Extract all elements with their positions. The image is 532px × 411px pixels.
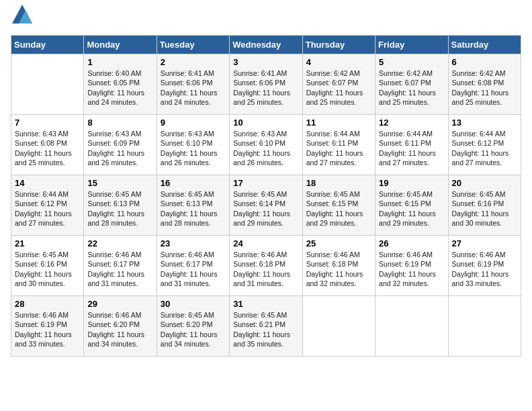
calendar-cell: 31Sunrise: 6:45 AM Sunset: 6:21 PM Dayli… (230, 296, 302, 357)
day-number: 19 (379, 178, 444, 188)
day-info: Sunrise: 6:45 AM Sunset: 6:21 PM Dayligh… (233, 310, 298, 349)
calendar-cell: 3Sunrise: 6:41 AM Sunset: 6:06 PM Daylig… (230, 54, 302, 115)
day-number: 25 (306, 238, 371, 248)
calendar-cell: 19Sunrise: 6:45 AM Sunset: 6:15 PM Dayli… (375, 175, 448, 236)
day-number: 6 (452, 57, 517, 67)
day-info: Sunrise: 6:45 AM Sunset: 6:13 PM Dayligh… (161, 189, 226, 228)
calendar-cell: 6Sunrise: 6:42 AM Sunset: 6:08 PM Daylig… (448, 54, 521, 115)
day-number: 18 (306, 178, 371, 188)
calendar-cell: 11Sunrise: 6:44 AM Sunset: 6:11 PM Dayli… (302, 115, 375, 175)
day-info: Sunrise: 6:46 AM Sunset: 6:20 PM Dayligh… (87, 310, 152, 349)
day-info: Sunrise: 6:43 AM Sunset: 6:09 PM Dayligh… (87, 129, 152, 167)
day-number: 31 (233, 299, 298, 309)
col-header-tuesday: Tuesday (157, 36, 229, 54)
calendar-cell: 1Sunrise: 6:40 AM Sunset: 6:05 PM Daylig… (84, 54, 157, 115)
day-info: Sunrise: 6:44 AM Sunset: 6:12 PM Dayligh… (15, 189, 80, 228)
day-number: 10 (233, 118, 298, 128)
day-info: Sunrise: 6:44 AM Sunset: 6:11 PM Dayligh… (379, 129, 444, 167)
day-number: 22 (87, 238, 152, 248)
day-number: 28 (15, 299, 80, 309)
day-info: Sunrise: 6:46 AM Sunset: 6:17 PM Dayligh… (161, 250, 226, 288)
day-info: Sunrise: 6:42 AM Sunset: 6:07 PM Dayligh… (306, 68, 371, 107)
calendar-cell: 25Sunrise: 6:46 AM Sunset: 6:18 PM Dayli… (302, 236, 375, 296)
day-info: Sunrise: 6:44 AM Sunset: 6:12 PM Dayligh… (452, 129, 517, 167)
col-header-wednesday: Wednesday (230, 36, 302, 54)
calendar-cell: 5Sunrise: 6:42 AM Sunset: 6:07 PM Daylig… (375, 54, 448, 115)
day-number: 11 (306, 118, 371, 128)
day-number: 9 (161, 118, 226, 128)
calendar-cell: 27Sunrise: 6:46 AM Sunset: 6:19 PM Dayli… (448, 236, 521, 296)
day-number: 1 (87, 57, 152, 67)
calendar-cell: 9Sunrise: 6:43 AM Sunset: 6:10 PM Daylig… (157, 115, 229, 175)
calendar-cell: 2Sunrise: 6:41 AM Sunset: 6:06 PM Daylig… (157, 54, 229, 115)
day-info: Sunrise: 6:42 AM Sunset: 6:08 PM Dayligh… (452, 68, 517, 107)
day-info: Sunrise: 6:41 AM Sunset: 6:06 PM Dayligh… (233, 68, 298, 107)
day-info: Sunrise: 6:45 AM Sunset: 6:15 PM Dayligh… (379, 189, 444, 228)
day-info: Sunrise: 6:40 AM Sunset: 6:05 PM Dayligh… (87, 68, 152, 107)
day-number: 14 (15, 178, 80, 188)
day-number: 8 (87, 118, 152, 128)
calendar-cell: 29Sunrise: 6:46 AM Sunset: 6:20 PM Dayli… (84, 296, 157, 357)
day-number: 20 (452, 178, 517, 188)
logo (11, 11, 32, 27)
calendar-cell: 23Sunrise: 6:46 AM Sunset: 6:17 PM Dayli… (157, 236, 229, 296)
calendar-cell: 8Sunrise: 6:43 AM Sunset: 6:09 PM Daylig… (84, 115, 157, 175)
logo-icon (12, 5, 32, 24)
day-info: Sunrise: 6:45 AM Sunset: 6:15 PM Dayligh… (306, 189, 371, 228)
day-info: Sunrise: 6:45 AM Sunset: 6:16 PM Dayligh… (452, 189, 517, 228)
day-info: Sunrise: 6:46 AM Sunset: 6:19 PM Dayligh… (452, 250, 517, 288)
day-number: 17 (233, 178, 298, 188)
day-number: 15 (87, 178, 152, 188)
day-number: 7 (15, 118, 80, 128)
day-number: 24 (233, 238, 298, 248)
day-number: 13 (452, 118, 517, 128)
page-header (11, 11, 521, 27)
day-number: 5 (379, 57, 444, 67)
calendar-cell (375, 296, 448, 357)
day-number: 3 (233, 57, 298, 67)
day-info: Sunrise: 6:46 AM Sunset: 6:19 PM Dayligh… (379, 250, 444, 288)
day-number: 2 (161, 57, 226, 67)
calendar-cell: 20Sunrise: 6:45 AM Sunset: 6:16 PM Dayli… (448, 175, 521, 236)
calendar-cell: 10Sunrise: 6:43 AM Sunset: 6:10 PM Dayli… (230, 115, 302, 175)
day-info: Sunrise: 6:45 AM Sunset: 6:14 PM Dayligh… (233, 189, 298, 228)
calendar-cell (11, 54, 84, 115)
day-info: Sunrise: 6:46 AM Sunset: 6:17 PM Dayligh… (87, 250, 152, 288)
day-number: 27 (452, 238, 517, 248)
day-info: Sunrise: 6:46 AM Sunset: 6:18 PM Dayligh… (233, 250, 298, 288)
calendar-cell (302, 296, 375, 357)
day-info: Sunrise: 6:43 AM Sunset: 6:08 PM Dayligh… (15, 129, 80, 167)
day-info: Sunrise: 6:43 AM Sunset: 6:10 PM Dayligh… (233, 129, 298, 167)
col-header-friday: Friday (375, 36, 448, 54)
calendar-cell: 15Sunrise: 6:45 AM Sunset: 6:13 PM Dayli… (84, 175, 157, 236)
day-info: Sunrise: 6:45 AM Sunset: 6:16 PM Dayligh… (15, 250, 80, 288)
calendar-cell: 18Sunrise: 6:45 AM Sunset: 6:15 PM Dayli… (302, 175, 375, 236)
calendar-cell: 28Sunrise: 6:46 AM Sunset: 6:19 PM Dayli… (11, 296, 84, 357)
day-info: Sunrise: 6:46 AM Sunset: 6:19 PM Dayligh… (15, 310, 80, 349)
calendar-cell: 12Sunrise: 6:44 AM Sunset: 6:11 PM Dayli… (375, 115, 448, 175)
calendar-cell: 17Sunrise: 6:45 AM Sunset: 6:14 PM Dayli… (230, 175, 302, 236)
calendar-cell: 16Sunrise: 6:45 AM Sunset: 6:13 PM Dayli… (157, 175, 229, 236)
calendar-cell: 26Sunrise: 6:46 AM Sunset: 6:19 PM Dayli… (375, 236, 448, 296)
col-header-monday: Monday (84, 36, 157, 54)
col-header-saturday: Saturday (448, 36, 521, 54)
day-info: Sunrise: 6:41 AM Sunset: 6:06 PM Dayligh… (161, 68, 226, 107)
calendar-cell: 14Sunrise: 6:44 AM Sunset: 6:12 PM Dayli… (11, 175, 84, 236)
day-number: 30 (161, 299, 226, 309)
day-info: Sunrise: 6:45 AM Sunset: 6:13 PM Dayligh… (87, 189, 152, 228)
calendar-cell: 30Sunrise: 6:45 AM Sunset: 6:20 PM Dayli… (157, 296, 229, 357)
col-header-thursday: Thursday (302, 36, 375, 54)
day-info: Sunrise: 6:46 AM Sunset: 6:18 PM Dayligh… (306, 250, 371, 288)
calendar-table: SundayMondayTuesdayWednesdayThursdayFrid… (11, 35, 521, 357)
day-info: Sunrise: 6:44 AM Sunset: 6:11 PM Dayligh… (306, 129, 371, 167)
day-info: Sunrise: 6:42 AM Sunset: 6:07 PM Dayligh… (379, 68, 444, 107)
col-header-sunday: Sunday (11, 36, 84, 54)
day-info: Sunrise: 6:43 AM Sunset: 6:10 PM Dayligh… (161, 129, 226, 167)
calendar-cell: 4Sunrise: 6:42 AM Sunset: 6:07 PM Daylig… (302, 54, 375, 115)
day-number: 23 (161, 238, 226, 248)
day-number: 21 (15, 238, 80, 248)
day-info: Sunrise: 6:45 AM Sunset: 6:20 PM Dayligh… (161, 310, 226, 349)
day-number: 12 (379, 118, 444, 128)
day-number: 4 (306, 57, 371, 67)
day-number: 29 (87, 299, 152, 309)
